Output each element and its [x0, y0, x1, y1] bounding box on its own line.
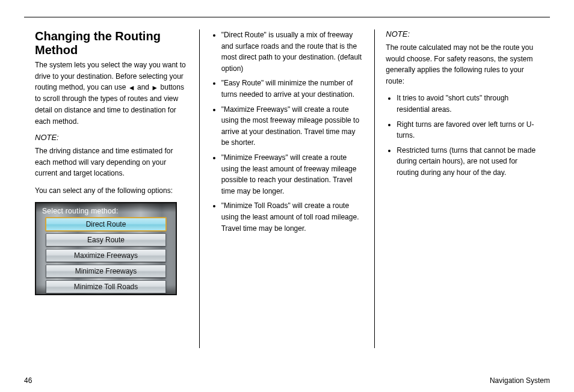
route-option-direct[interactable]: Direct Route	[46, 218, 166, 231]
route-desc-direct: "Direct Route" is usually a mix of freew…	[221, 29, 364, 74]
intro-paragraph: The system lets you select the way you w…	[35, 60, 188, 127]
section-heading: Changing the Routing Method	[35, 29, 188, 57]
route-option-easy[interactable]: Easy Route	[46, 233, 166, 247]
route-desc-label: "Direct Route"	[221, 31, 267, 39]
route-desc-easy: "Easy Route" will minimize the number of…	[221, 78, 364, 100]
page-footer: 46 Navigation System	[0, 376, 574, 385]
route-option-min-freeways[interactable]: Minimize Freeways	[46, 265, 166, 278]
route-desc-min-freeways: "Minimize Freeways" will create a route …	[221, 152, 364, 197]
note-label: NOTE:	[35, 133, 188, 142]
routing-rule: Restricted turns (turns that cannot be m…	[397, 145, 539, 179]
route-option-list: Direct Route Easy Route Maximize Freeway…	[46, 218, 166, 293]
route-desc-label: "Easy Route"	[221, 79, 264, 87]
top-rule	[24, 17, 550, 17]
left-arrow-icon: ◄	[128, 82, 135, 94]
three-column-layout: Changing the Routing Method The system l…	[24, 29, 550, 348]
route-desc-label: "Minimize Freeways"	[221, 153, 288, 162]
column-1: Changing the Routing Method The system l…	[24, 29, 199, 348]
routing-rule: Right turns are favored over left turns …	[397, 119, 539, 141]
right-arrow-icon: ►	[151, 82, 158, 94]
options-lead: You can select any of the following opti…	[35, 185, 188, 197]
screenshot-title: Select routing method:	[42, 207, 119, 215]
manual-page: Changing the Routing Method The system l…	[0, 0, 574, 392]
route-desc-label: "Maximize Freeways"	[221, 105, 291, 114]
routing-rule: It tries to avoid "short cuts" through r…	[397, 93, 539, 115]
route-desc-min-tolls: "Minimize Toll Roads" will create a rout…	[221, 200, 364, 234]
column-3: NOTE: The route calculated may not be th…	[375, 29, 550, 348]
note-body: The route calculated may not be the rout…	[386, 42, 539, 87]
route-desc-label: "Minimize Toll Roads"	[221, 201, 291, 210]
nav-screenshot: Select routing method: Direct Route Easy…	[35, 202, 177, 295]
intro-text-b: and	[137, 83, 151, 91]
route-option-min-tolls[interactable]: Minimize Toll Roads	[46, 280, 166, 293]
route-desc-max-freeways: "Maximize Freeways" will create a route …	[221, 104, 364, 149]
note-label: NOTE:	[386, 29, 539, 38]
route-option-max-freeways[interactable]: Maximize Freeways	[46, 249, 166, 262]
column-2: "Direct Route" is usually a mix of freew…	[200, 29, 375, 348]
routing-rules-list: It tries to avoid "short cuts" through r…	[397, 93, 539, 178]
route-description-list: "Direct Route" is usually a mix of freew…	[221, 29, 364, 234]
note-body: The driving distance and time estimated …	[35, 145, 188, 179]
footer-title: Navigation System	[490, 376, 550, 385]
heading-line1: Changing the Routing Method	[35, 29, 161, 57]
page-number: 46	[24, 376, 32, 385]
